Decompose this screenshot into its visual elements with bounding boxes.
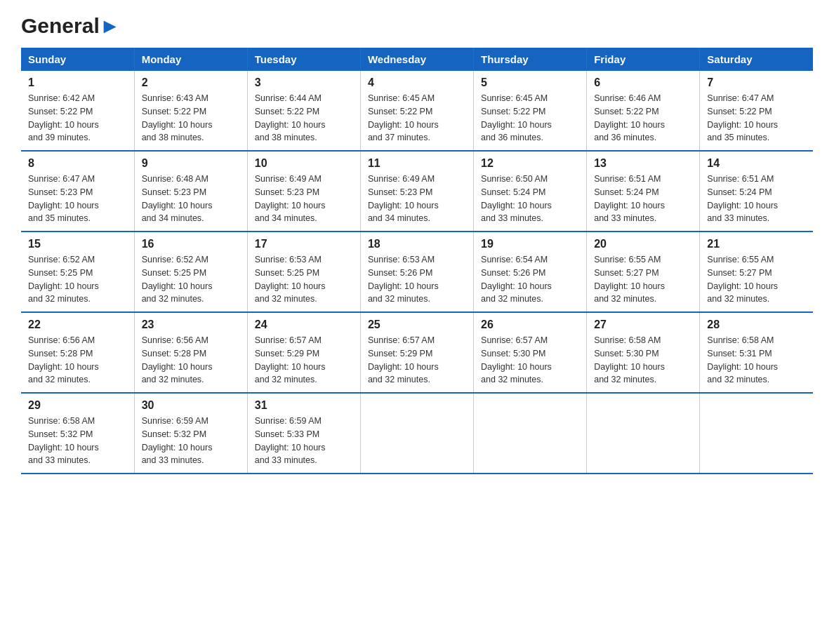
calendar-cell: 13Sunrise: 6:51 AMSunset: 5:24 PMDayligh… <box>587 151 700 232</box>
day-info: Sunrise: 6:56 AMSunset: 5:28 PMDaylight:… <box>142 334 240 387</box>
calendar-cell: 20Sunrise: 6:55 AMSunset: 5:27 PMDayligh… <box>587 232 700 312</box>
day-info: Sunrise: 6:55 AMSunset: 5:27 PMDaylight:… <box>594 253 692 306</box>
calendar-cell: 15Sunrise: 6:52 AMSunset: 5:25 PMDayligh… <box>21 232 134 312</box>
day-info: Sunrise: 6:57 AMSunset: 5:30 PMDaylight:… <box>481 334 579 387</box>
day-info: Sunrise: 6:58 AMSunset: 5:30 PMDaylight:… <box>594 334 692 387</box>
day-info: Sunrise: 6:58 AMSunset: 5:31 PMDaylight:… <box>707 334 806 387</box>
calendar-cell: 31Sunrise: 6:59 AMSunset: 5:33 PMDayligh… <box>247 393 360 474</box>
day-info: Sunrise: 6:56 AMSunset: 5:28 PMDaylight:… <box>28 334 127 387</box>
day-info: Sunrise: 6:47 AMSunset: 5:22 PMDaylight:… <box>707 92 806 145</box>
day-info: Sunrise: 6:58 AMSunset: 5:32 PMDaylight:… <box>28 415 127 467</box>
day-number: 15 <box>28 238 127 250</box>
day-number: 12 <box>481 157 579 170</box>
calendar-cell <box>700 393 813 474</box>
day-number: 20 <box>594 238 692 250</box>
day-number: 29 <box>28 399 127 412</box>
day-info: Sunrise: 6:59 AMSunset: 5:32 PMDaylight:… <box>142 415 240 467</box>
day-info: Sunrise: 6:57 AMSunset: 5:29 PMDaylight:… <box>368 334 466 387</box>
day-number: 1 <box>28 76 127 89</box>
day-info: Sunrise: 6:43 AMSunset: 5:22 PMDaylight:… <box>142 92 240 145</box>
day-info: Sunrise: 6:53 AMSunset: 5:26 PMDaylight:… <box>368 253 466 306</box>
calendar-cell: 4Sunrise: 6:45 AMSunset: 5:22 PMDaylight… <box>360 71 473 151</box>
day-info: Sunrise: 6:50 AMSunset: 5:24 PMDaylight:… <box>481 173 579 225</box>
day-number: 19 <box>481 238 579 250</box>
calendar-cell: 24Sunrise: 6:57 AMSunset: 5:29 PMDayligh… <box>247 312 360 393</box>
day-info: Sunrise: 6:44 AMSunset: 5:22 PMDaylight:… <box>255 92 353 145</box>
day-number: 7 <box>707 76 806 89</box>
calendar-cell: 22Sunrise: 6:56 AMSunset: 5:28 PMDayligh… <box>21 312 134 393</box>
calendar-cell: 1Sunrise: 6:42 AMSunset: 5:22 PMDaylight… <box>21 71 134 151</box>
week-row-4: 22Sunrise: 6:56 AMSunset: 5:28 PMDayligh… <box>21 312 813 393</box>
header-cell-wednesday: Wednesday <box>360 48 473 71</box>
calendar-cell: 3Sunrise: 6:44 AMSunset: 5:22 PMDaylight… <box>247 71 360 151</box>
week-row-5: 29Sunrise: 6:58 AMSunset: 5:32 PMDayligh… <box>21 393 813 474</box>
calendar-cell <box>474 393 587 474</box>
header-cell-friday: Friday <box>587 48 700 71</box>
header-row: SundayMondayTuesdayWednesdayThursdayFrid… <box>21 48 813 71</box>
week-row-3: 15Sunrise: 6:52 AMSunset: 5:25 PMDayligh… <box>21 232 813 312</box>
day-info: Sunrise: 6:51 AMSunset: 5:24 PMDaylight:… <box>594 173 692 225</box>
day-info: Sunrise: 6:55 AMSunset: 5:27 PMDaylight:… <box>707 253 806 306</box>
day-number: 17 <box>255 238 353 250</box>
day-info: Sunrise: 6:49 AMSunset: 5:23 PMDaylight:… <box>255 173 353 225</box>
calendar-body: 1Sunrise: 6:42 AMSunset: 5:22 PMDaylight… <box>21 71 813 474</box>
logo-general-text: General► <box>21 14 120 38</box>
day-info: Sunrise: 6:59 AMSunset: 5:33 PMDaylight:… <box>255 415 353 467</box>
calendar-cell: 6Sunrise: 6:46 AMSunset: 5:22 PMDaylight… <box>587 71 700 151</box>
day-info: Sunrise: 6:51 AMSunset: 5:24 PMDaylight:… <box>707 173 806 225</box>
day-info: Sunrise: 6:57 AMSunset: 5:29 PMDaylight:… <box>255 334 353 387</box>
calendar-cell: 30Sunrise: 6:59 AMSunset: 5:32 PMDayligh… <box>134 393 247 474</box>
calendar-cell: 12Sunrise: 6:50 AMSunset: 5:24 PMDayligh… <box>474 151 587 232</box>
day-number: 27 <box>594 318 692 331</box>
day-number: 6 <box>594 76 692 89</box>
day-number: 2 <box>142 76 240 89</box>
week-row-2: 8Sunrise: 6:47 AMSunset: 5:23 PMDaylight… <box>21 151 813 232</box>
calendar-cell: 2Sunrise: 6:43 AMSunset: 5:22 PMDaylight… <box>134 71 247 151</box>
calendar-cell: 16Sunrise: 6:52 AMSunset: 5:25 PMDayligh… <box>134 232 247 312</box>
day-number: 21 <box>707 238 806 250</box>
calendar-cell: 14Sunrise: 6:51 AMSunset: 5:24 PMDayligh… <box>700 151 813 232</box>
day-number: 11 <box>368 157 466 170</box>
header-cell-tuesday: Tuesday <box>247 48 360 71</box>
calendar-cell: 27Sunrise: 6:58 AMSunset: 5:30 PMDayligh… <box>587 312 700 393</box>
calendar-cell: 26Sunrise: 6:57 AMSunset: 5:30 PMDayligh… <box>474 312 587 393</box>
header-cell-thursday: Thursday <box>474 48 587 71</box>
week-row-1: 1Sunrise: 6:42 AMSunset: 5:22 PMDaylight… <box>21 71 813 151</box>
day-number: 24 <box>255 318 353 331</box>
day-info: Sunrise: 6:47 AMSunset: 5:23 PMDaylight:… <box>28 173 127 225</box>
calendar-cell: 17Sunrise: 6:53 AMSunset: 5:25 PMDayligh… <box>247 232 360 312</box>
day-info: Sunrise: 6:48 AMSunset: 5:23 PMDaylight:… <box>142 173 240 225</box>
day-number: 16 <box>142 238 240 250</box>
calendar-cell <box>360 393 473 474</box>
calendar-cell: 25Sunrise: 6:57 AMSunset: 5:29 PMDayligh… <box>360 312 473 393</box>
day-number: 14 <box>707 157 806 170</box>
day-number: 18 <box>368 238 466 250</box>
calendar-cell: 5Sunrise: 6:45 AMSunset: 5:22 PMDaylight… <box>474 71 587 151</box>
logo: General► <box>21 14 120 35</box>
calendar-cell: 10Sunrise: 6:49 AMSunset: 5:23 PMDayligh… <box>247 151 360 232</box>
day-number: 3 <box>255 76 353 89</box>
day-info: Sunrise: 6:45 AMSunset: 5:22 PMDaylight:… <box>368 92 466 145</box>
calendar-cell: 19Sunrise: 6:54 AMSunset: 5:26 PMDayligh… <box>474 232 587 312</box>
header-cell-monday: Monday <box>134 48 247 71</box>
day-number: 5 <box>481 76 579 89</box>
calendar-cell: 28Sunrise: 6:58 AMSunset: 5:31 PMDayligh… <box>700 312 813 393</box>
day-info: Sunrise: 6:52 AMSunset: 5:25 PMDaylight:… <box>28 253 127 306</box>
header-cell-sunday: Sunday <box>21 48 134 71</box>
calendar-cell: 9Sunrise: 6:48 AMSunset: 5:23 PMDaylight… <box>134 151 247 232</box>
day-info: Sunrise: 6:52 AMSunset: 5:25 PMDaylight:… <box>142 253 240 306</box>
day-number: 26 <box>481 318 579 331</box>
calendar-cell: 18Sunrise: 6:53 AMSunset: 5:26 PMDayligh… <box>360 232 473 312</box>
day-info: Sunrise: 6:45 AMSunset: 5:22 PMDaylight:… <box>481 92 579 145</box>
calendar-cell: 23Sunrise: 6:56 AMSunset: 5:28 PMDayligh… <box>134 312 247 393</box>
calendar-cell <box>587 393 700 474</box>
day-number: 23 <box>142 318 240 331</box>
page-header: General► <box>21 14 813 35</box>
day-number: 28 <box>707 318 806 331</box>
day-number: 25 <box>368 318 466 331</box>
header-cell-saturday: Saturday <box>700 48 813 71</box>
calendar-cell: 8Sunrise: 6:47 AMSunset: 5:23 PMDaylight… <box>21 151 134 232</box>
day-info: Sunrise: 6:46 AMSunset: 5:22 PMDaylight:… <box>594 92 692 145</box>
day-number: 22 <box>28 318 127 331</box>
calendar-cell: 7Sunrise: 6:47 AMSunset: 5:22 PMDaylight… <box>700 71 813 151</box>
